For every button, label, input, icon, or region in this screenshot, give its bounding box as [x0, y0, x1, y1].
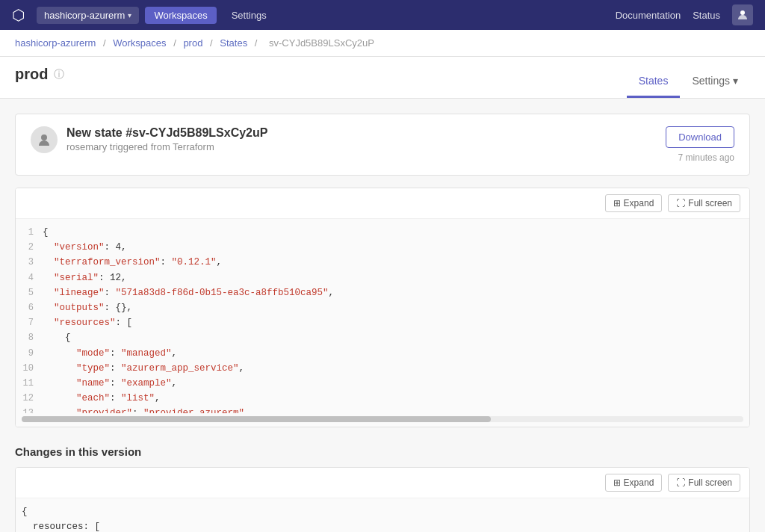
- code-line: 13 "provider": "provider.azurerm",: [16, 406, 749, 413]
- nav-right: Documentation Status: [616, 4, 753, 25]
- user-avatar[interactable]: [732, 4, 753, 25]
- org-chevron-icon: ▾: [128, 11, 131, 19]
- state-text: New state #sv-CYJd5B89LSxCy2uP rosemary …: [66, 126, 267, 152]
- tab-states-label: States: [639, 75, 669, 87]
- code-line: 11 "name": "example",: [16, 376, 749, 391]
- nav-status-link[interactable]: Status: [693, 10, 720, 21]
- tab-settings-label: Settings: [692, 75, 730, 87]
- changes-fullscreen-icon: ⛶: [676, 477, 685, 488]
- changes-toolbar: ⊞ Expand ⛶ Full screen: [16, 468, 749, 498]
- line-content: "serial": 12,: [43, 270, 127, 285]
- expand-icon: ⊞: [613, 198, 621, 208]
- changes-expand-button[interactable]: ⊞ Expand: [605, 474, 663, 492]
- line-content: "each": "list",: [43, 391, 161, 406]
- fullscreen-button[interactable]: ⛶ Full screen: [668, 194, 740, 212]
- changes-fullscreen-button[interactable]: ⛶ Full screen: [668, 474, 740, 492]
- breadcrumb-org[interactable]: hashicorp-azurerm: [15, 37, 96, 49]
- line-number: 7: [16, 315, 43, 330]
- code-line: 9 "mode": "managed",: [16, 346, 749, 361]
- settings-chevron-icon: ▾: [733, 75, 738, 87]
- breadcrumb-sep1: /: [103, 37, 108, 49]
- fullscreen-icon: ⛶: [676, 198, 685, 208]
- changes-pre: { resources: [ 0: { "mode": "managed", "…: [16, 498, 749, 532]
- code-line: 3 "terraform_version": "0.12.1",: [16, 255, 749, 270]
- line-content: {: [43, 330, 71, 345]
- line-number: 5: [16, 285, 43, 300]
- svg-point-1: [41, 134, 47, 140]
- code-line: 8 {: [16, 330, 749, 345]
- page-title: prod: [15, 66, 48, 83]
- nav-workspaces-link[interactable]: Workspaces: [145, 7, 216, 24]
- tab-states[interactable]: States: [627, 66, 681, 98]
- line-number: 12: [16, 391, 43, 406]
- info-icon[interactable]: ⓘ: [54, 68, 64, 81]
- code-viewer: ⊞ Expand ⛶ Full screen 1{2 "version": 4,…: [15, 188, 750, 427]
- org-name: hashicorp-azurerm: [44, 10, 125, 21]
- top-nav: ⬡ hashicorp-azurerm ▾ Workspaces Setting…: [0, 0, 765, 30]
- code-pre: 1{2 "version": 4,3 "terraform_version": …: [16, 219, 749, 413]
- breadcrumb-sep4: /: [255, 37, 260, 49]
- state-actions: Download 7 minutes ago: [666, 126, 734, 163]
- changes-expand-label: Expand: [624, 477, 654, 488]
- code-line: 6 "outputs": {},: [16, 300, 749, 315]
- download-button[interactable]: Download: [666, 126, 734, 148]
- line-number: 10: [16, 361, 43, 376]
- horizontal-scrollbar[interactable]: [22, 416, 743, 422]
- fullscreen-label: Full screen: [688, 198, 732, 208]
- state-avatar: [31, 126, 58, 153]
- changes-viewer: ⊞ Expand ⛶ Full screen { resources: [ 0:…: [15, 467, 750, 532]
- breadcrumb-sep3: /: [210, 37, 215, 49]
- breadcrumb-states[interactable]: States: [220, 37, 247, 49]
- code-line: 2 "version": 4,: [16, 240, 749, 255]
- state-card: New state #sv-CYJd5B89LSxCy2uP rosemary …: [15, 114, 750, 176]
- breadcrumb: hashicorp-azurerm / Workspaces / prod / …: [0, 30, 765, 57]
- scrollbar-thumb: [22, 416, 491, 422]
- changes-line: resources: [: [16, 519, 749, 532]
- line-content: "version": 4,: [43, 240, 127, 255]
- code-line: 10 "type": "azurerm_app_service",: [16, 361, 749, 376]
- line-content: "provider": "provider.azurerm",: [43, 406, 250, 413]
- breadcrumb-workspace[interactable]: prod: [183, 37, 202, 49]
- changes-line-content: resources: [: [16, 519, 100, 532]
- changes-line: {: [16, 504, 749, 519]
- logo-icon[interactable]: ⬡: [12, 6, 25, 24]
- svg-point-0: [740, 10, 745, 15]
- line-content: "resources": [: [43, 315, 132, 330]
- org-selector[interactable]: hashicorp-azurerm ▾: [37, 7, 139, 24]
- line-content: "outputs": {},: [43, 300, 132, 315]
- page-tabs: States Settings ▾: [627, 66, 750, 98]
- main-content: New state #sv-CYJd5B89LSxCy2uP rosemary …: [0, 99, 765, 532]
- line-number: 13: [16, 406, 43, 413]
- line-number: 3: [16, 255, 43, 270]
- changes-fullscreen-label: Full screen: [688, 477, 732, 488]
- state-title: New state #sv-CYJd5B89LSxCy2uP: [66, 126, 267, 140]
- breadcrumb-workspaces[interactable]: Workspaces: [113, 37, 166, 49]
- code-line: 4 "serial": 12,: [16, 270, 749, 285]
- page-header: prod ⓘ States Settings ▾: [0, 57, 765, 99]
- line-number: 6: [16, 300, 43, 315]
- nav-left: ⬡ hashicorp-azurerm ▾ Workspaces Setting…: [12, 6, 276, 24]
- line-number: 11: [16, 376, 43, 391]
- state-info: New state #sv-CYJd5B89LSxCy2uP rosemary …: [31, 126, 267, 153]
- changes-section-title: Changes in this version: [15, 445, 750, 458]
- nav-documentation-link[interactable]: Documentation: [616, 10, 681, 21]
- tab-settings[interactable]: Settings ▾: [680, 66, 750, 98]
- code-line: 12 "each": "list",: [16, 391, 749, 406]
- breadcrumb-current: sv-CYJd5B89LSxCy2uP: [269, 37, 374, 49]
- line-number: 8: [16, 330, 43, 345]
- code-line: 7 "resources": [: [16, 315, 749, 330]
- line-number: 9: [16, 346, 43, 361]
- line-content: "mode": "managed",: [43, 346, 177, 361]
- line-content: {: [43, 225, 49, 240]
- changes-expand-icon: ⊞: [613, 477, 621, 488]
- changes-line-content: {: [16, 504, 28, 519]
- nav-settings-link[interactable]: Settings: [223, 7, 276, 24]
- expand-button[interactable]: ⊞ Expand: [605, 194, 663, 212]
- page-title-row: prod ⓘ: [15, 66, 64, 83]
- line-content: "lineage": "571a83d8-f86d-0b15-ea3c-a8ff…: [43, 285, 334, 300]
- line-content: "terraform_version": "0.12.1",: [43, 255, 222, 270]
- expand-label: Expand: [624, 198, 654, 208]
- line-content: "type": "azurerm_app_service",: [43, 361, 244, 376]
- line-number: 2: [16, 240, 43, 255]
- line-number: 1: [16, 225, 43, 240]
